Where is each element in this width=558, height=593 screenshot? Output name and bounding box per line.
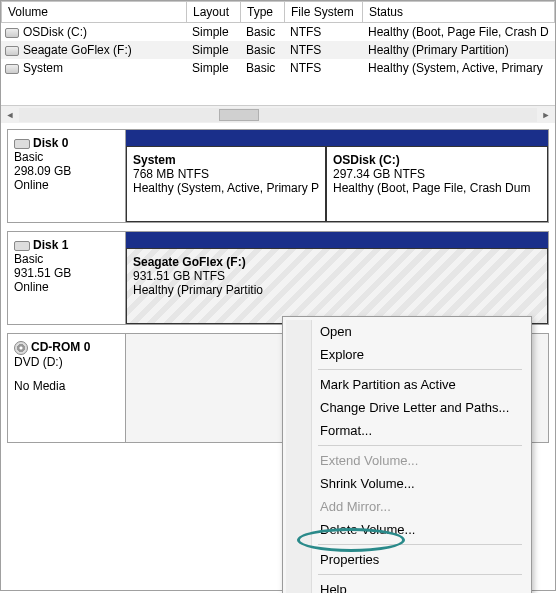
menu-open[interactable]: Open [286, 320, 528, 343]
scroll-left-icon[interactable]: ◄ [1, 106, 19, 124]
volume-icon [5, 28, 19, 38]
partition-name: System [133, 153, 319, 167]
menu-separator [318, 544, 522, 545]
disk-state: Online [14, 178, 119, 192]
col-type[interactable]: Type [241, 2, 285, 23]
partition-name: Seagate GoFlex (F:) [133, 255, 541, 269]
volume-name: System [23, 61, 63, 75]
disk-size: 931.51 GB [14, 266, 119, 280]
disk-icon [14, 241, 30, 251]
menu-shrink[interactable]: Shrink Volume... [286, 472, 528, 495]
context-menu: Open Explore Mark Partition as Active Ch… [282, 316, 532, 593]
disk-title: Disk 0 [33, 136, 68, 150]
scroll-thumb[interactable] [219, 109, 259, 121]
volume-name: OSDisk (C:) [23, 25, 87, 39]
partition-header-bar [126, 232, 548, 248]
volume-row[interactable]: Seagate GoFlex (F:) Simple Basic NTFS He… [1, 41, 555, 59]
col-volume[interactable]: Volume [2, 2, 187, 23]
disk-row-1: Disk 1 Basic 931.51 GB Online Seagate Go… [7, 231, 549, 325]
menu-delete[interactable]: Delete Volume... [286, 518, 528, 541]
partition-size: 931.51 GB NTFS [133, 269, 541, 283]
cdrom-drive: DVD (D:) [14, 355, 119, 369]
partition-name: OSDisk (C:) [333, 153, 541, 167]
partition[interactable]: OSDisk (C:) 297.34 GB NTFS Healthy (Boot… [326, 146, 548, 222]
col-status[interactable]: Status [363, 2, 555, 23]
menu-separator [318, 574, 522, 575]
disk-icon [14, 139, 30, 149]
disk-type: Basic [14, 150, 119, 164]
col-layout[interactable]: Layout [187, 2, 241, 23]
disk-title: CD-ROM 0 [31, 340, 90, 354]
disk-row-0: Disk 0 Basic 298.09 GB Online System 768… [7, 129, 549, 223]
menu-separator [318, 369, 522, 370]
menu-mark-active[interactable]: Mark Partition as Active [286, 373, 528, 396]
menu-change-letter[interactable]: Change Drive Letter and Paths... [286, 396, 528, 419]
volume-row[interactable]: OSDisk (C:) Simple Basic NTFS Healthy (B… [1, 23, 555, 41]
menu-properties[interactable]: Properties [286, 548, 528, 571]
disk-info[interactable]: Disk 1 Basic 931.51 GB Online [8, 232, 126, 324]
disk-type: Basic [14, 252, 119, 266]
disk-management-window: Volume Layout Type File System Status OS… [0, 0, 556, 591]
menu-extend: Extend Volume... [286, 449, 528, 472]
horizontal-scrollbar[interactable]: ◄ ► [1, 105, 555, 123]
scroll-right-icon[interactable]: ► [537, 106, 555, 124]
col-filesystem[interactable]: File System [285, 2, 363, 23]
scroll-track[interactable] [19, 108, 537, 122]
volume-icon [5, 64, 19, 74]
menu-add-mirror: Add Mirror... [286, 495, 528, 518]
partition-size: 768 MB NTFS [133, 167, 319, 181]
disk-state: Online [14, 280, 119, 294]
partition-selected[interactable]: Seagate GoFlex (F:) 931.51 GB NTFS Healt… [126, 248, 548, 324]
partition-size: 297.34 GB NTFS [333, 167, 541, 181]
disk-info[interactable]: Disk 0 Basic 298.09 GB Online [8, 130, 126, 222]
menu-separator [318, 445, 522, 446]
disk-info[interactable]: CD-ROM 0 DVD (D:) No Media [8, 334, 126, 442]
partition[interactable]: System 768 MB NTFS Healthy (System, Acti… [126, 146, 326, 222]
cdrom-icon [14, 341, 28, 355]
partition-header-bar [126, 130, 548, 146]
menu-explore[interactable]: Explore [286, 343, 528, 366]
volume-list: Volume Layout Type File System Status [1, 1, 555, 23]
partition-status: Healthy (System, Active, Primary P [133, 181, 319, 195]
partition-status: Healthy (Primary Partitio [133, 283, 541, 297]
volume-icon [5, 46, 19, 56]
volume-row[interactable]: System Simple Basic NTFS Healthy (System… [1, 59, 555, 77]
cdrom-state: No Media [14, 379, 119, 393]
menu-format[interactable]: Format... [286, 419, 528, 442]
disk-title: Disk 1 [33, 238, 68, 252]
volume-name: Seagate GoFlex (F:) [23, 43, 132, 57]
menu-help[interactable]: Help [286, 578, 528, 593]
disk-size: 298.09 GB [14, 164, 119, 178]
partition-status: Healthy (Boot, Page File, Crash Dum [333, 181, 541, 195]
